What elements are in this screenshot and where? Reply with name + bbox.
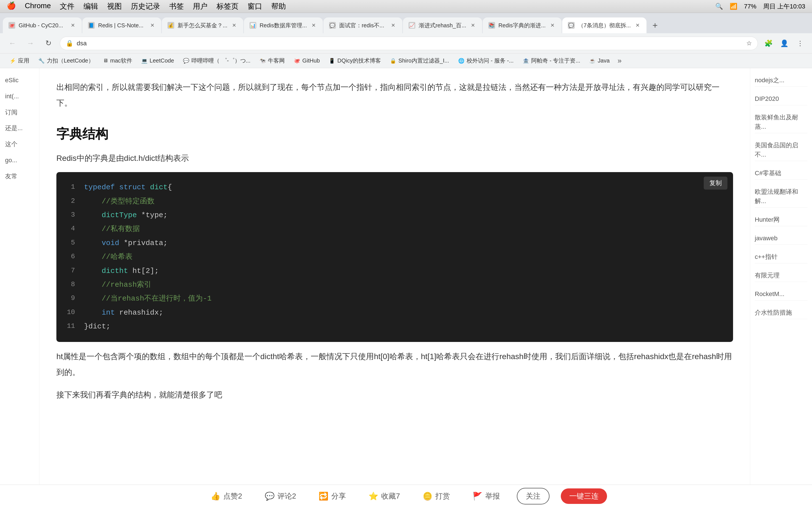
new-tab-button[interactable]: + bbox=[647, 17, 663, 33]
article-para1: ht属性是一个包含两个项的数组，数组中的每个顶都是一个dictht哈希表，一般情… bbox=[56, 349, 733, 380]
rs-item-1[interactable]: nodejs之... bbox=[755, 74, 808, 87]
line-num-11: 11 bbox=[65, 320, 75, 334]
rs-item-6[interactable]: 欧盟法规翻译和解... bbox=[755, 185, 808, 208]
line-code-11: }dict; bbox=[84, 320, 110, 334]
tab-redis-manage[interactable]: 📊 Redis数据库管理... ✕ bbox=[244, 17, 323, 33]
rs-item-11[interactable]: RocketM... bbox=[755, 288, 808, 300]
comment-button[interactable]: 💬 评论2 bbox=[259, 489, 302, 504]
left-sidebar-item-7[interactable]: 友常 bbox=[3, 170, 36, 183]
menu-help[interactable]: 帮助 bbox=[271, 1, 286, 11]
menu-tabs[interactable]: 标签页 bbox=[216, 1, 239, 11]
tab-close-active[interactable]: ✕ bbox=[634, 22, 641, 29]
rs-item-3[interactable]: 散装鲜鱼出及耐蒸... bbox=[755, 111, 808, 133]
bookmark-bilibili[interactable]: 💬 哔哩哔哩（ ゜-゜）つ... bbox=[179, 55, 254, 66]
bookmark-star-icon[interactable]: ☆ bbox=[746, 40, 752, 47]
tab-close-interview[interactable]: ✕ bbox=[390, 22, 397, 29]
bookmark-mac[interactable]: 🖥 mac软件 bbox=[99, 55, 136, 66]
tab-favicon-redis: 📊 bbox=[250, 22, 256, 29]
coin-button[interactable]: 🪙 打赏 bbox=[417, 489, 456, 504]
bookmark-shiro[interactable]: 🔒 Shiro内置过滤器_I... bbox=[386, 55, 453, 66]
tab-close-redis-manage[interactable]: ✕ bbox=[310, 22, 317, 29]
menu-edit[interactable]: 编辑 bbox=[84, 1, 98, 11]
menu-user[interactable]: 用户 bbox=[193, 1, 207, 11]
bookmark-apache[interactable]: 🏦 阿帕奇 - 专注于资... bbox=[519, 55, 584, 66]
more-options-icon[interactable]: ⋮ bbox=[794, 37, 806, 50]
line-code-2: //类型特定函数 bbox=[84, 194, 154, 209]
tab-active[interactable]: 💬 （7条消息）彻底拆... ✕ bbox=[562, 17, 647, 33]
java-icon: ☕ bbox=[589, 58, 596, 64]
line-num-7: 7 bbox=[65, 264, 75, 278]
menu-file[interactable]: 文件 bbox=[60, 1, 74, 11]
menu-bookmarks[interactable]: 书签 bbox=[169, 1, 184, 11]
left-sidebar-item-1[interactable]: eSlic bbox=[3, 74, 36, 87]
tab-csnote[interactable]: 📘 Redis | CS-Note... ✕ bbox=[82, 17, 161, 33]
profile-icon[interactable]: 👤 bbox=[778, 37, 791, 50]
tab-interview[interactable]: 💬 面试官：redis不... ✕ bbox=[323, 17, 402, 33]
left-sidebar-item-2[interactable]: int(... bbox=[3, 90, 36, 103]
bookmark-leetcode2[interactable]: 💻 LeetCode bbox=[137, 56, 178, 66]
follow-button[interactable]: 关注 bbox=[517, 488, 550, 504]
rs-item-5[interactable]: C#零基础 bbox=[755, 167, 808, 180]
collect-icon: ⭐ bbox=[368, 492, 378, 501]
menu-history[interactable]: 历史记录 bbox=[131, 1, 160, 11]
rs-item-10[interactable]: 有限元理 bbox=[755, 269, 808, 282]
rs-item-8[interactable]: javaweb bbox=[755, 232, 808, 245]
menu-chrome[interactable]: Chrome bbox=[25, 1, 51, 11]
bookmark-github[interactable]: 🐙 GitHub bbox=[290, 56, 324, 66]
browser-content: eSlic int(... 订阅 还是... 这个 go... 友常 出相同的索… bbox=[0, 68, 812, 485]
tab-close-github[interactable]: ✕ bbox=[69, 22, 76, 29]
triple-button[interactable]: 一键三连 bbox=[561, 489, 607, 504]
tab-title-redis-dict: Redis字典的渐进... bbox=[499, 22, 546, 29]
left-sidebar-item-5[interactable]: 这个 bbox=[3, 138, 36, 151]
bookmarks-more-button[interactable]: » bbox=[615, 55, 624, 67]
url-text[interactable]: dsa bbox=[77, 40, 743, 47]
reload-button[interactable]: ↻ bbox=[42, 37, 55, 50]
bookmark-dqicy[interactable]: 📱 DQicy的技术博客 bbox=[325, 55, 385, 66]
extensions-icon[interactable]: 🧩 bbox=[762, 37, 775, 50]
coin-icon: 🪙 bbox=[423, 492, 433, 501]
bookmark-campus[interactable]: 🌐 校外访问 - 服务 -... bbox=[454, 55, 518, 66]
menu-window[interactable]: 窗口 bbox=[248, 1, 262, 11]
tab-rehash[interactable]: 📈 渐进式rehash_百... ✕ bbox=[403, 17, 482, 33]
apple-menu[interactable]: 🍎 bbox=[7, 1, 16, 11]
like-button[interactable]: 👍 点赞2 bbox=[205, 489, 248, 504]
line-code-4: //私有数据 bbox=[84, 222, 140, 236]
mac-menus[interactable]: 🍎 Chrome 文件 编辑 视图 历史记录 书签 用户 标签页 窗口 帮助 bbox=[7, 1, 286, 11]
bookmark-apps[interactable]: ⚡ 应用 bbox=[6, 55, 33, 66]
tab-close-rehash[interactable]: ✕ bbox=[470, 22, 476, 29]
menu-view[interactable]: 视图 bbox=[107, 1, 122, 11]
report-label: 举报 bbox=[485, 491, 500, 501]
bookmark-java[interactable]: ☕ Java bbox=[585, 56, 613, 66]
share-button[interactable]: 🔁 分享 bbox=[313, 489, 352, 504]
back-button[interactable]: ← bbox=[6, 37, 19, 50]
rs-item-4[interactable]: 美国食品国的启不... bbox=[755, 139, 808, 161]
collect-button[interactable]: ⭐ 收藏7 bbox=[363, 489, 405, 504]
left-sidebar-item-4[interactable]: 还是... bbox=[3, 122, 36, 135]
right-sidebar: nodejs之... DIP2020 散装鲜鱼出及耐蒸... 美国食品国的启不.… bbox=[750, 68, 812, 485]
report-button[interactable]: 🚩 举报 bbox=[467, 489, 506, 504]
tab-github[interactable]: 🐙 GitHub - CyC20... ✕ bbox=[3, 17, 82, 33]
search-icon[interactable]: 🔍 bbox=[715, 3, 723, 10]
bookmark-mac-label: mac软件 bbox=[110, 57, 132, 64]
bookmark-leetcode[interactable]: 🔧 力扣（LeetCode） bbox=[35, 55, 98, 66]
tab-fund[interactable]: 💰 新手怎么买基金？... ✕ bbox=[162, 17, 243, 33]
tab-title-active: （7条消息）彻底拆... bbox=[578, 22, 631, 29]
left-sidebar-item-3[interactable]: 订阅 bbox=[3, 106, 36, 119]
tab-close-redis-dict[interactable]: ✕ bbox=[549, 22, 556, 29]
url-bar[interactable]: 🔒 dsa ☆ bbox=[60, 37, 758, 50]
code-line-3: 3 dictType *type; bbox=[65, 209, 725, 222]
copy-button[interactable]: 复制 bbox=[704, 177, 727, 189]
rs-item-12[interactable]: 介水性防措施 bbox=[755, 306, 808, 319]
code-line-7: 7 dictht ht[2]; bbox=[65, 264, 725, 278]
tab-close-csnote[interactable]: ✕ bbox=[149, 22, 156, 29]
tab-redis-dict[interactable]: 📚 Redis字典的渐进... ✕ bbox=[483, 17, 562, 33]
forward-button[interactable]: → bbox=[24, 37, 37, 50]
left-sidebar-item-6[interactable]: go... bbox=[3, 154, 36, 167]
rs-item-7[interactable]: Hunter网 bbox=[755, 213, 808, 226]
tab-favicon-redis-dict: 📚 bbox=[488, 22, 495, 29]
rs-item-9[interactable]: c++指针 bbox=[755, 250, 808, 263]
tab-close-fund[interactable]: ✕ bbox=[231, 22, 238, 29]
rs-item-2[interactable]: DIP2020 bbox=[755, 93, 808, 105]
bookmark-nowcoder[interactable]: 🐄 牛客网 bbox=[255, 55, 289, 66]
code-line-4: 4 //私有数据 bbox=[65, 222, 725, 236]
